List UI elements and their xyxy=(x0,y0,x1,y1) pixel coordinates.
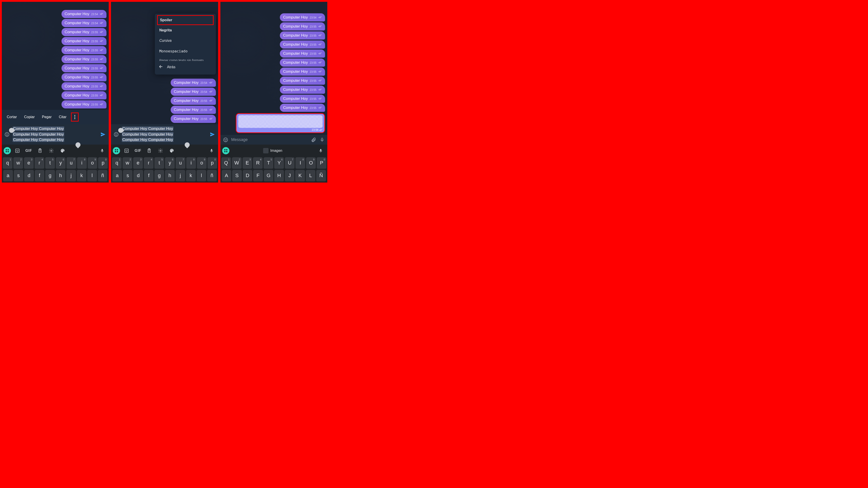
paste-button[interactable]: Pegar xyxy=(38,114,55,120)
keyboard-app-icon[interactable] xyxy=(222,147,229,154)
clipboard-icon[interactable] xyxy=(145,147,154,155)
mic-icon[interactable] xyxy=(207,147,216,155)
key-q[interactable]: Q1 xyxy=(221,157,231,169)
key-g[interactable]: g xyxy=(154,170,164,182)
settings-icon[interactable] xyxy=(46,147,56,155)
message-bubble[interactable]: Computer Hoy23:55 xyxy=(280,31,325,39)
key-y[interactable]: Y6 xyxy=(274,157,284,169)
key-i[interactable]: I8 xyxy=(296,157,305,169)
message-bubble[interactable]: Computer Hoy23:54 xyxy=(170,88,216,96)
key-s[interactable]: s xyxy=(14,170,24,182)
key-q[interactable]: q1 xyxy=(112,157,122,169)
palette-icon[interactable] xyxy=(167,147,177,155)
palette-icon[interactable] xyxy=(58,147,67,155)
key-e[interactable]: e3 xyxy=(133,157,143,169)
key-d[interactable]: d xyxy=(24,170,34,182)
key-w[interactable]: W2 xyxy=(232,157,242,169)
copy-button[interactable]: Copiar xyxy=(20,114,38,120)
key-t[interactable]: T5 xyxy=(264,157,273,169)
emoji-button[interactable] xyxy=(113,131,120,138)
key-r[interactable]: r4 xyxy=(144,157,153,169)
key-j[interactable]: J xyxy=(285,170,294,182)
key-o[interactable]: o9 xyxy=(88,157,97,169)
key-enye[interactable]: ñ xyxy=(207,170,217,182)
key-r[interactable]: R4 xyxy=(253,157,263,169)
key-i[interactable]: i8 xyxy=(77,157,87,169)
send-button[interactable] xyxy=(209,131,216,138)
message-bubble[interactable]: Computer Hoy23:55 xyxy=(280,104,325,112)
message-bubble[interactable]: Computer Hoy23:55 xyxy=(61,82,107,90)
format-italic-button[interactable]: Cursiva xyxy=(155,35,216,46)
message-bubble[interactable]: Computer Hoy23:55 xyxy=(280,95,325,103)
message-bubble[interactable]: Computer Hoy23:55 xyxy=(170,106,216,114)
sticker-icon[interactable] xyxy=(13,147,22,155)
message-bubble[interactable]: Computer Hoy23:54 xyxy=(170,78,216,87)
key-a[interactable]: A xyxy=(222,170,231,182)
key-h[interactable]: H xyxy=(274,170,284,182)
chat-area[interactable]: Computer Hoy23:54 Computer Hoy23:54 Comp… xyxy=(2,2,109,110)
key-t[interactable]: t5 xyxy=(154,157,164,169)
key-e[interactable]: e3 xyxy=(24,157,34,169)
key-u[interactable]: u7 xyxy=(176,157,185,169)
attach-button[interactable] xyxy=(310,136,317,143)
key-y[interactable]: y6 xyxy=(56,157,66,169)
key-a[interactable]: a xyxy=(3,170,13,182)
chat-area[interactable]: Computer Hoy23:54 Computer Hoy23:55 Comp… xyxy=(220,2,327,135)
format-spoiler-button[interactable]: Spoiler xyxy=(157,15,214,25)
key-s[interactable]: s xyxy=(123,170,133,182)
message-bubble[interactable]: Computer Hoy23:55 xyxy=(280,76,325,85)
key-h[interactable]: h xyxy=(56,170,66,182)
message-bubble[interactable]: Computer Hoy23:54 xyxy=(61,10,107,18)
more-options-button[interactable] xyxy=(72,114,78,120)
keyboard-app-icon[interactable] xyxy=(113,147,120,154)
key-enye[interactable]: Ñ xyxy=(316,170,326,182)
message-bubble[interactable]: Computer Hoy23:55 xyxy=(61,37,107,45)
mic-icon[interactable] xyxy=(97,147,107,155)
message-bubble[interactable]: Computer Hoy23:55 xyxy=(280,59,325,67)
voice-message-button[interactable] xyxy=(319,136,326,143)
clipboard-icon[interactable] xyxy=(35,147,45,155)
key-o[interactable]: o9 xyxy=(197,157,207,169)
message-bubble[interactable]: Computer Hoy23:55 xyxy=(61,46,107,54)
message-bubble[interactable]: Computer Hoy23:55 xyxy=(170,115,216,123)
gif-button[interactable]: GIF xyxy=(24,147,33,155)
message-bubble[interactable]: Computer Hoy23:55 xyxy=(280,68,325,76)
key-k[interactable]: K xyxy=(295,170,305,182)
key-k[interactable]: k xyxy=(186,170,196,182)
key-t[interactable]: t5 xyxy=(45,157,55,169)
key-f[interactable]: f xyxy=(35,170,44,182)
message-input[interactable]: Computer Hoy Computer Hoy Computer Hoy C… xyxy=(121,126,207,143)
key-g[interactable]: G xyxy=(264,170,274,182)
key-w[interactable]: w2 xyxy=(13,157,23,169)
key-l[interactable]: l xyxy=(197,170,206,182)
key-i[interactable]: i8 xyxy=(186,157,196,169)
spoiler-hidden-content[interactable] xyxy=(238,115,322,128)
key-a[interactable]: a xyxy=(112,170,122,182)
message-bubble[interactable]: Computer Hoy23:55 xyxy=(61,28,107,36)
key-l[interactable]: L xyxy=(306,170,315,182)
key-u[interactable]: U7 xyxy=(285,157,294,169)
message-bubble[interactable]: Computer Hoy23:54 xyxy=(280,13,325,22)
message-bubble[interactable]: Computer Hoy23:55 xyxy=(61,91,107,99)
key-y[interactable]: y6 xyxy=(165,157,175,169)
key-d[interactable]: d xyxy=(133,170,143,182)
key-enye[interactable]: ñ xyxy=(98,170,107,182)
message-input[interactable]: Message xyxy=(231,136,308,143)
format-paste-plain-button[interactable]: Pegar como texto sin formato xyxy=(155,57,216,61)
keyboard-suggestion[interactable]: Imagen xyxy=(231,148,314,153)
sticker-icon[interactable] xyxy=(122,147,131,155)
key-o[interactable]: O9 xyxy=(306,157,316,169)
message-bubble[interactable]: Computer Hoy23:55 xyxy=(61,55,107,63)
quote-button[interactable]: Citar xyxy=(55,114,70,120)
chat-area[interactable]: Computer Hoy23:54 Computer Hoy23:54 Comp… xyxy=(111,2,218,124)
key-u[interactable]: u7 xyxy=(66,157,76,169)
key-g[interactable]: g xyxy=(45,170,55,182)
key-h[interactable]: h xyxy=(165,170,175,182)
key-f[interactable]: F xyxy=(253,170,263,182)
send-button[interactable] xyxy=(99,131,107,138)
message-bubble[interactable]: Computer Hoy23:55 xyxy=(61,100,107,108)
format-mono-button[interactable]: Monoespaciado xyxy=(155,46,216,57)
message-bubble[interactable]: Computer Hoy23:54 xyxy=(61,19,107,27)
message-input[interactable]: Computer Hoy Computer Hoy Computer Hoy C… xyxy=(12,126,97,143)
keyboard-app-icon[interactable] xyxy=(4,147,11,154)
